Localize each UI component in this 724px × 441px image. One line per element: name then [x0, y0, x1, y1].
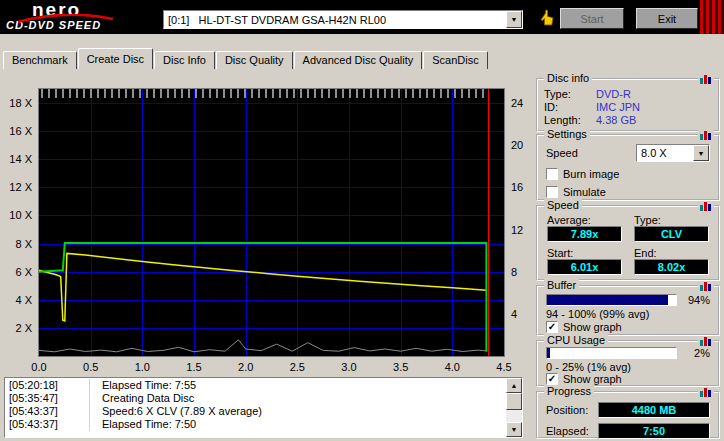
- position-label: Position:: [546, 404, 598, 416]
- simulate-checkbox[interactable]: [546, 186, 558, 198]
- position-value: 4480 MB: [598, 402, 710, 418]
- progress-panel-icon: [698, 387, 714, 398]
- disc-length-label: Length:: [544, 114, 596, 127]
- exit-button[interactable]: Exit: [636, 8, 698, 29]
- axis-tick-label: 12 X: [9, 181, 32, 193]
- elapsed-label: Elapsed:: [546, 425, 598, 437]
- simulate-row[interactable]: Simulate: [538, 185, 718, 198]
- buffer-bar: [546, 294, 677, 306]
- axis-tick-label: 1.5: [186, 361, 201, 373]
- axis-tick-label: 4.0: [445, 361, 460, 373]
- log-time: [05:20:18]: [6, 379, 90, 392]
- log-row[interactable]: [05:20:18]Elapsed Time: 7:55: [6, 379, 505, 392]
- cpu-show-graph-checkbox[interactable]: [546, 373, 558, 385]
- burn-image-label: Burn image: [563, 168, 619, 180]
- elapsed-row: Elapsed: 7:50: [538, 423, 718, 439]
- cpu-bar-fill: [547, 348, 550, 358]
- hand-tool-button[interactable]: [534, 7, 558, 28]
- log-row[interactable]: [05:43:37]Elapsed Time: 7:50: [6, 418, 505, 431]
- buffer-show-graph-checkbox[interactable]: [546, 321, 558, 333]
- y-axis-right-labels: 2420161284: [508, 89, 533, 356]
- drive-select-value: [0:1] HL-DT-ST DVDRAM GSA-H42N RL00: [164, 14, 506, 26]
- settings-panel: Settings Speed 8.0 X ▼ Burn image Simula…: [536, 134, 720, 201]
- tab-bar: Benchmark Create Disc Disc Info Disc Qua…: [3, 50, 489, 69]
- chart-plot-frame: [38, 88, 505, 357]
- speed-select-arrow-button[interactable]: ▼: [693, 145, 709, 161]
- log-row[interactable]: [05:35:47]Creating Data Disc: [6, 392, 505, 405]
- cpu-usage-panel-title: CPU Usage: [544, 334, 608, 346]
- axis-tick-label: 8 X: [15, 238, 32, 250]
- x-axis-labels: 0.00.51.01.52.02.53.03.54.04.5: [39, 360, 506, 374]
- log-list: [05:20:18]Elapsed Time: 7:55 [05:35:47]C…: [6, 379, 505, 436]
- tab-disc-info[interactable]: Disc Info: [154, 51, 215, 69]
- tab-scandisc[interactable]: ScanDisc: [423, 51, 487, 69]
- buffer-percent: 94%: [684, 294, 710, 306]
- axis-tick-label: 4 X: [15, 294, 32, 306]
- buffer-bar-fill: [547, 295, 668, 305]
- start-speed-label: Start:: [547, 247, 622, 259]
- axis-tick-label: 0.0: [31, 361, 46, 373]
- settings-panel-title: Settings: [544, 128, 590, 140]
- drive-select[interactable]: [0:1] HL-DT-ST DVDRAM GSA-H42N RL00 ▼: [163, 10, 523, 29]
- buffer-show-graph-row[interactable]: Show graph: [538, 320, 718, 333]
- buffer-show-graph-label: Show graph: [563, 321, 622, 333]
- start-button[interactable]: Start: [560, 8, 624, 29]
- speed-type-value: CLV: [634, 226, 709, 242]
- burn-image-row[interactable]: Burn image: [538, 167, 718, 180]
- axis-tick-label: 3.0: [341, 361, 356, 373]
- axis-tick-label: 4.5: [496, 361, 511, 373]
- axis-tick-label: 6 X: [15, 266, 32, 278]
- scroll-up-button[interactable]: ▲: [506, 378, 522, 393]
- speed-panel: Speed Average:7.89x Type:CLV Start:6.01x…: [536, 205, 720, 281]
- simulate-label: Simulate: [563, 186, 606, 198]
- speed-select[interactable]: 8.0 X ▼: [636, 144, 710, 162]
- tab-create-disc[interactable]: Create Disc: [78, 48, 153, 69]
- title-bar: nero CD-DVD SPEED [0:1] HL-DT-ST DVDRAM …: [0, 0, 724, 34]
- disc-length-row: Length: 4.38 GB: [538, 114, 718, 127]
- scroll-thumb[interactable]: [506, 393, 522, 410]
- disc-info-panel-title: Disc info: [544, 72, 592, 84]
- axis-tick-label: 16 X: [9, 125, 32, 137]
- y-axis-left-labels: 18 X16 X14 X12 X10 X8 X6 X4 X2 X: [5, 89, 36, 356]
- disc-id-value: IMC JPN: [596, 101, 640, 114]
- cpu-range-text: 0 - 25% (1% avg): [538, 359, 718, 371]
- drive-select-arrow-button[interactable]: ▼: [506, 11, 522, 28]
- log-text: Creating Data Disc: [90, 392, 194, 405]
- burn-image-checkbox[interactable]: [546, 168, 558, 180]
- log-text: Elapsed Time: 7:55: [90, 379, 196, 392]
- progress-panel: Progress Position: 4480 MB Elapsed: 7:50: [536, 391, 720, 439]
- chart-area: 18 X16 X14 X12 X10 X8 X6 X4 X2 X 2420161…: [5, 74, 533, 375]
- axis-tick-label: 4: [511, 308, 517, 320]
- start-speed-value: 6.01x: [547, 259, 622, 275]
- disc-info-panel-icon: [698, 74, 714, 85]
- cpu-show-graph-row[interactable]: Show graph: [538, 372, 718, 385]
- speed-values-grid: Average:7.89x Type:CLV Start:6.01x End:8…: [538, 207, 718, 280]
- chevron-down-icon: ▼: [511, 16, 518, 23]
- tab-benchmark[interactable]: Benchmark: [3, 51, 77, 69]
- axis-tick-label: 14 X: [9, 153, 32, 165]
- cpu-bar: [546, 347, 677, 359]
- disc-length-value: 4.38 GB: [596, 114, 636, 127]
- speed-panel-title: Speed: [544, 199, 582, 211]
- axis-tick-label: 12: [511, 224, 523, 236]
- disc-id-label: ID:: [544, 101, 596, 114]
- buffer-panel-title: Buffer: [544, 279, 579, 291]
- end-speed-value: 8.02x: [634, 259, 709, 275]
- log-row[interactable]: [05:43:37]Speed:6 X CLV (7.89 X average): [6, 405, 505, 418]
- speed-panel-icon: [698, 201, 714, 212]
- disc-type-row: Type: DVD-R: [538, 88, 718, 101]
- tab-advanced-disc-quality[interactable]: Advanced Disc Quality: [294, 51, 423, 69]
- position-row: Position: 4480 MB: [538, 402, 718, 418]
- cpu-show-graph-label: Show graph: [563, 373, 622, 385]
- log-text: Elapsed Time: 7:50: [90, 418, 196, 431]
- disc-info-panel: Disc info Type: DVD-R ID: IMC JPN Length…: [536, 78, 720, 132]
- scroll-down-button[interactable]: ▼: [506, 422, 522, 437]
- log-scrollbar[interactable]: ▲ ▼: [506, 378, 522, 437]
- settings-panel-icon: [698, 130, 714, 141]
- speed-type-label: Type:: [634, 214, 709, 226]
- tab-disc-quality[interactable]: Disc Quality: [216, 51, 293, 69]
- log-text: Speed:6 X CLV (7.89 X average): [90, 405, 262, 418]
- average-speed-label: Average:: [547, 214, 622, 226]
- axis-tick-label: 2 X: [15, 322, 32, 334]
- axis-tick-label: 20: [511, 139, 523, 151]
